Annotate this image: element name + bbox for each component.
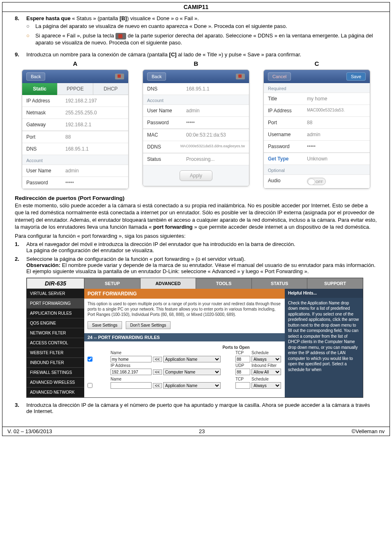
port-label: Port — [268, 120, 307, 125]
port-value: 88 — [65, 134, 124, 140]
copy-computer-button[interactable]: << — [153, 369, 162, 375]
doc-header: CAMIP11 — [2, 2, 390, 12]
helpful-hints-panel: Helpful Hints... Check the Application N… — [285, 289, 363, 397]
tab-tools[interactable]: TOOLS — [196, 278, 251, 289]
application-select[interactable]: Application Name — [163, 356, 221, 362]
username-value: admin — [186, 108, 245, 114]
ip-label: IP Address — [26, 98, 65, 104]
tab-dhcp[interactable]: DHCP — [93, 83, 128, 95]
tcp-port-input[interactable] — [235, 382, 250, 389]
col-name: Name — [111, 377, 152, 381]
tab-setup[interactable]: SETUP — [84, 278, 140, 289]
panel-a: Back Static PPPOE DHCP IP Address192.168… — [22, 70, 129, 189]
username-label: User Name — [26, 168, 65, 174]
application-select[interactable]: Application Name — [163, 382, 221, 389]
apply-button[interactable]: Apply — [180, 170, 212, 181]
required-section: Required — [264, 83, 370, 93]
copy-app-button[interactable]: << — [153, 383, 162, 388]
udp-port-input[interactable] — [235, 369, 250, 375]
rule-enable-checkbox[interactable] — [88, 357, 92, 362]
panel-b: Back DNS168.95.1.1 Account User Nameadmi… — [143, 70, 249, 186]
tab-support[interactable]: SUPPORT — [307, 278, 363, 289]
side-firewall-settings[interactable]: FIREWALL SETTINGS — [27, 368, 84, 378]
status-label: Status — [147, 156, 186, 162]
side-advanced-network[interactable]: ADVANCED NETWORK — [27, 388, 84, 397]
schedule-select[interactable]: Always — [251, 382, 281, 389]
status-value: Processing... — [186, 156, 245, 162]
pf-step-2b: Observación: El nombre puede variar y de… — [26, 262, 377, 268]
dns-label: DNS — [26, 146, 65, 152]
col-schedule: Schedule — [251, 350, 281, 355]
computer-select[interactable]: Computer Name — [163, 369, 221, 375]
step-9-text: Introduzca un nombre para la conexión de… — [26, 51, 377, 58]
tcp-port-input[interactable] — [235, 356, 250, 362]
side-advanced-wireless[interactable]: ADVANCED WIRELESS — [27, 378, 84, 388]
copy-app-button[interactable]: << — [153, 357, 162, 362]
save-settings-button[interactable]: Save Settings — [88, 321, 122, 329]
side-application-rules[interactable]: APPLICATION RULES — [27, 309, 84, 318]
col-tcp: TCP — [235, 377, 250, 381]
portfwd-p2: Para configurar la función « port forwar… — [15, 232, 377, 240]
ip-label: IP Address — [268, 108, 307, 114]
dont-save-button[interactable]: Don't Save Settings — [126, 321, 171, 329]
bullet-icon: ○ — [26, 23, 35, 29]
pf-step-1b: La página de configuración del enrutador… — [26, 247, 377, 253]
password-value: ••••• — [65, 180, 124, 186]
netmask-label: Netmask — [26, 110, 65, 116]
back-button[interactable]: Back — [26, 72, 45, 81]
ddns-value: MAC000e5321da53.ddns.eagleeyes.tw — [180, 144, 245, 150]
bullet-icon: ○ — [26, 32, 35, 46]
router-sidebar: VIRTUAL SERVER PORT FORWARDING APPLICATI… — [27, 289, 84, 397]
gettype-label[interactable]: Get Type — [268, 156, 307, 162]
gettype-value: Unknown — [307, 156, 366, 162]
home-icon[interactable] — [236, 74, 245, 79]
port-label: Port — [26, 134, 65, 140]
side-virtual-server[interactable]: VIRTUAL SERVER — [27, 289, 84, 299]
account-section: Account — [143, 95, 249, 105]
save-button[interactable]: Save — [346, 72, 366, 81]
password-label: Password — [26, 180, 65, 186]
col-ip: IP Address — [111, 363, 152, 368]
side-qos-engine[interactable]: QOS ENGINE — [27, 318, 84, 328]
rule-name-input[interactable] — [111, 356, 152, 362]
footer-copyright: ©Velleman nv — [352, 428, 385, 434]
tab-pppoe[interactable]: PPPOE — [58, 83, 93, 95]
back-button[interactable]: Back — [147, 72, 166, 81]
col-ports-to-open: Ports to Open — [222, 345, 250, 350]
footer-version: V. 02 – 13/06/2013 — [7, 428, 52, 434]
rule-name-input[interactable] — [111, 382, 152, 389]
side-website-filter[interactable]: WEBSITE FILTER — [27, 348, 84, 358]
step-9-num: 9. — [15, 51, 26, 58]
ip-value: 192.168.2.197 — [65, 98, 124, 104]
dns-label: DNS — [147, 86, 186, 92]
pfw-heading: PORT FORWARDING — [84, 289, 285, 299]
hints-body: Check the Application Name drop down men… — [288, 300, 360, 373]
panel-a-letter: A — [22, 60, 129, 67]
tab-static[interactable]: Static — [22, 83, 58, 95]
side-network-filter[interactable]: NETWORK FILTER — [27, 328, 84, 338]
optional-section: Optional — [264, 165, 370, 175]
schedule-select[interactable]: Always — [251, 356, 281, 362]
mac-value: 00:0e:53:21:da:53 — [186, 132, 245, 138]
ddns-label: DDNS — [147, 144, 180, 150]
rule-enable-checkbox[interactable] — [88, 383, 92, 388]
router-screenshot: DIR-635 SETUP ADVANCED TOOLS STATUS SUPP… — [26, 278, 363, 398]
title-value[interactable]: my home — [307, 96, 366, 102]
rule-ip-input[interactable] — [111, 369, 152, 375]
inbound-select[interactable]: Allow All — [251, 369, 281, 375]
home-icon[interactable] — [115, 74, 124, 79]
pf-step-1-num: 1. — [15, 241, 26, 253]
router-model: DIR-635 — [27, 278, 84, 289]
mac-label: MAC — [147, 132, 186, 138]
col-inbound: Inbound Filter — [251, 363, 281, 368]
side-port-forwarding[interactable]: PORT FORWARDING — [27, 299, 84, 309]
cancel-button[interactable]: Cancel — [268, 72, 291, 81]
tab-status[interactable]: STATUS — [251, 278, 307, 289]
side-access-control[interactable]: ACCESS CONTROL — [27, 338, 84, 348]
col-schedule: Schedule — [251, 377, 281, 381]
username-value: admin — [307, 132, 366, 137]
tab-advanced[interactable]: ADVANCED — [140, 278, 196, 289]
audio-toggle[interactable]: OFF — [307, 178, 326, 185]
col-name: Name — [111, 350, 152, 355]
side-inbound-filter[interactable]: INBOUND FILTER — [27, 358, 84, 368]
